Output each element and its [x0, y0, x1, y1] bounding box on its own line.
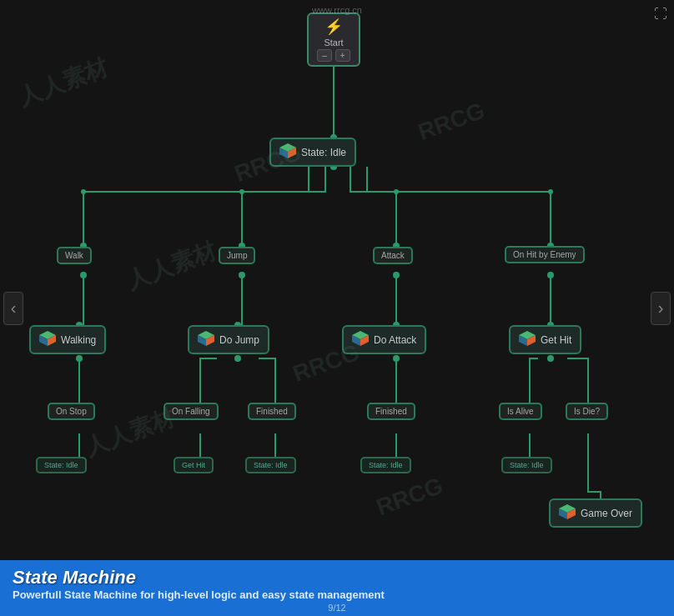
banner-page: 9/12 — [328, 603, 345, 613]
stateidle5-label: State: Idle — [510, 461, 544, 469]
gethit2-label: Get Hit — [182, 461, 205, 469]
gameover-icon — [559, 504, 576, 522]
gethit-state-node[interactable]: Get Hit — [509, 325, 581, 354]
banner-subtitle: Powerfull State Machine for high-level l… — [13, 588, 661, 601]
gameover-state-node[interactable]: Game Over — [549, 498, 642, 528]
gameover-label: Game Over — [581, 508, 632, 519]
banner: State Machine Powerfull State Machine fo… — [0, 560, 674, 616]
walk-label: Walk — [65, 251, 83, 260]
state-idle-node[interactable]: State: Idle — [269, 138, 356, 167]
svg-point-6 — [548, 189, 553, 194]
next-arrow[interactable]: › — [651, 292, 671, 325]
stateidle4-label: State: Idle — [369, 461, 403, 469]
watermark-3: 人人素材 — [123, 235, 221, 297]
isdie-trans-node[interactable]: Is Die? — [566, 403, 608, 420]
svg-point-19 — [76, 355, 83, 362]
dojump-icon — [198, 331, 214, 348]
stateidle2-label: State: Idle — [44, 461, 78, 469]
dojump-label: Do Jump — [219, 334, 259, 346]
stateidle5-node[interactable]: State: Idle — [501, 457, 552, 473]
gethit-label: Get Hit — [541, 334, 571, 346]
svg-point-11 — [80, 272, 87, 278]
stateidle4-node[interactable]: State: Idle — [360, 457, 411, 473]
onfalling-trans-node[interactable]: On Falling — [163, 403, 219, 420]
attack-trans-node[interactable]: Attack — [373, 247, 413, 264]
stateidle3-label: State: Idle — [254, 461, 288, 469]
isdie-label: Is Die? — [574, 407, 600, 416]
svg-point-14 — [547, 272, 554, 278]
stateidle2-node[interactable]: State: Idle — [36, 457, 87, 473]
banner-title: State Machine — [13, 567, 661, 588]
finishedattack-trans-node[interactable]: Finished — [367, 403, 415, 420]
lightning-icon: ⚡ — [324, 18, 343, 36]
finished1-label: Finished — [256, 407, 288, 416]
svg-point-20 — [234, 355, 241, 362]
svg-point-22 — [547, 355, 554, 362]
svg-point-13 — [393, 272, 400, 278]
jump-label: Jump — [227, 251, 247, 260]
canvas: www.rrcg.cn ⛶ — [0, 0, 674, 616]
doattack-state-node[interactable]: Do Attack — [342, 325, 426, 354]
walk-trans-node[interactable]: Walk — [57, 247, 92, 264]
doattack-icon — [352, 331, 369, 348]
svg-point-3 — [81, 189, 86, 194]
start-plus[interactable]: + — [335, 49, 350, 62]
gethit-icon — [519, 331, 536, 348]
isalive-trans-node[interactable]: Is Alive — [499, 403, 542, 420]
jump-trans-node[interactable]: Jump — [219, 247, 255, 264]
start-label: Start — [324, 38, 343, 48]
onstop-trans-node[interactable]: On Stop — [48, 403, 95, 420]
svg-point-21 — [393, 355, 400, 362]
start-minus[interactable]: – — [317, 49, 332, 62]
attack-label: Attack — [381, 251, 405, 260]
watermark-1: 人人素材 — [14, 52, 113, 113]
walking-label: Walking — [61, 334, 96, 346]
state-idle-label: State: Idle — [301, 147, 346, 158]
isalive-label: Is Alive — [507, 407, 534, 416]
state-cube-icon — [279, 143, 296, 161]
gethit2-node[interactable]: Get Hit — [174, 457, 214, 473]
svg-point-12 — [239, 272, 245, 278]
svg-point-4 — [239, 189, 244, 194]
onhit-trans-node[interactable]: On Hit by Enemy — [505, 246, 585, 263]
onhit-label: On Hit by Enemy — [513, 250, 576, 259]
fullscreen-button[interactable]: ⛶ — [654, 7, 667, 22]
onstop-label: On Stop — [56, 407, 87, 416]
prev-arrow[interactable]: ‹ — [3, 292, 23, 325]
walking-icon — [39, 331, 56, 348]
start-node[interactable]: ⚡ Start – + — [296, 13, 371, 67]
walking-state-node[interactable]: Walking — [29, 325, 106, 354]
watermark-5: RRCG — [415, 98, 488, 146]
doattack-label: Do Attack — [374, 334, 416, 346]
finished1-trans-node[interactable]: Finished — [248, 403, 296, 420]
finishedattack-label: Finished — [375, 407, 407, 416]
onfalling-label: On Falling — [172, 407, 210, 416]
dojump-state-node[interactable]: Do Jump — [188, 325, 269, 354]
stateidle3-node[interactable]: State: Idle — [245, 457, 296, 473]
watermark-7: RRCG — [373, 473, 446, 521]
svg-point-5 — [394, 189, 399, 194]
